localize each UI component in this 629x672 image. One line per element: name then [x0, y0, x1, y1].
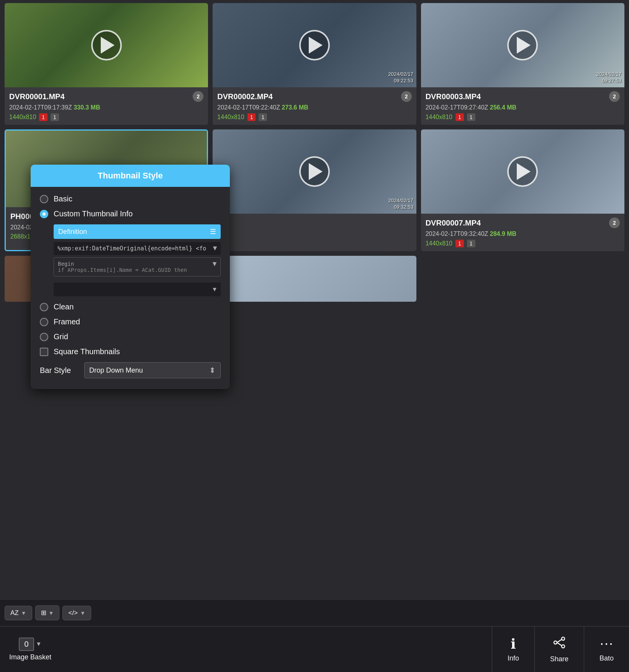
play-button-5[interactable] [299, 156, 330, 187]
checkbox-square[interactable] [40, 348, 48, 356]
svg-point-0 [562, 637, 565, 640]
card-badge-6: 2 [609, 217, 620, 228]
card-info-1: DVR00001.MP4 2 2024-02-17T09:17:39Z 330.… [5, 87, 208, 125]
card-badge-2: 2 [401, 91, 412, 102]
card-info-3: DVR00003.MP4 2 2024-02-17T09:27:40Z 256.… [421, 87, 624, 125]
radio-label-custom: Custom Thumbnail Info [54, 209, 133, 218]
svg-line-4 [557, 643, 562, 646]
card-date-1: 2024-02-17T09:17:39Z 330.3 MB [9, 104, 203, 111]
card-title-2: DVR00002.MP4 [217, 92, 273, 101]
card-title-6: DVR00007.MP4 [426, 219, 481, 227]
card-meta-2: 1440x810 1 1 [217, 113, 411, 121]
radio-label-grid: Grid [54, 332, 68, 341]
radio-grid[interactable]: Grid [40, 332, 221, 341]
tag-red-6: 1 [455, 240, 464, 247]
radio-circle-framed [40, 318, 48, 326]
media-card-6[interactable]: DVR00007.MP4 2 2024-02-17T09:32:40Z 284.… [421, 129, 624, 251]
card-info-6: DVR00007.MP4 2 2024-02-17T09:32:40Z 284.… [421, 214, 624, 251]
radio-clean[interactable]: Clean [40, 302, 221, 311]
dropdown-btn-2[interactable]: ▼ [211, 260, 218, 268]
share-label: Share [550, 655, 568, 663]
grid-view-button[interactable]: ⊞ ▼ [35, 605, 60, 620]
card-title-1: DVR00001.MP4 [9, 92, 65, 101]
thumbnail-5: 2024/02/1709:32:53 [213, 129, 416, 214]
svg-point-2 [554, 641, 557, 644]
card-title-row-1: DVR00001.MP4 2 [9, 91, 203, 102]
radio-label-framed: Framed [54, 317, 80, 326]
thumbnail-1 [5, 3, 208, 87]
definition-label: Definition [58, 228, 207, 236]
tag-white-1: 1 [51, 113, 59, 121]
empty-input[interactable]: ▼ [54, 283, 221, 296]
bar-style-select[interactable]: Drop Down Menu ⬍ [84, 362, 221, 378]
basket-label: Image Basket [9, 653, 51, 661]
media-card-8[interactable] [213, 256, 416, 302]
play-icon-3 [517, 37, 531, 54]
bar-style-value: Drop Down Menu [89, 366, 143, 374]
chevron-down-icon: ▼ [211, 286, 218, 293]
card-date-6: 2024-02-17T09:32:40Z 284.9 MB [426, 231, 620, 237]
tag-red-2: 1 [247, 113, 256, 121]
play-button-3[interactable] [507, 30, 538, 60]
code-area-2[interactable]: Begin if AProps.Items[i].Name = ACat.GUI… [54, 257, 221, 276]
resolution-6: 1440x810 [426, 240, 452, 247]
share-button[interactable]: Share [534, 626, 584, 672]
bottom-toolbar: 0 ▼ Image Basket ℹ Info Share ⋯ Bato [0, 626, 629, 672]
thumbnail-8 [213, 256, 416, 302]
tag-white-2: 1 [259, 113, 267, 121]
grid-icon: ⊞ [41, 609, 46, 617]
play-button-6[interactable] [507, 156, 538, 187]
batch-button[interactable]: ⋯ Bato [584, 626, 629, 672]
play-button-2[interactable] [299, 30, 330, 60]
info-label: Info [508, 654, 519, 662]
media-card-1[interactable]: DVR00001.MP4 2 2024-02-17T09:17:39Z 330.… [5, 3, 208, 125]
tag-white-3: 1 [467, 113, 475, 121]
batch-label: Bato [600, 654, 614, 662]
card-meta-6: 1440x810 1 1 [426, 240, 620, 247]
card-title-row-6: DVR00007.MP4 2 [426, 217, 620, 228]
media-card-3[interactable]: 2024/02/1709:27:53 DVR00003.MP4 2 2024-0… [421, 3, 624, 125]
card-info-2: DVR00002.MP4 2 2024-02-17T09:22:40Z 273.… [213, 87, 416, 125]
code-line-2: Begin [58, 261, 216, 267]
media-card-5[interactable]: 2024/02/1709:32:53 [213, 129, 416, 251]
play-icon-2 [309, 37, 323, 54]
toolbar-spacer [61, 626, 492, 672]
media-card-2[interactable]: 2024/02/1709:22:53 DVR00002.MP4 2 2024-0… [213, 3, 416, 125]
code-line-1: %xmp:exif:DateTimeOriginal{encode=html} … [57, 245, 206, 252]
radio-custom[interactable]: Custom Thumbnail Info [40, 209, 221, 218]
svg-line-3 [557, 639, 562, 643]
sort-az-button[interactable]: AZ ▼ [5, 606, 32, 620]
radio-label-basic: Basic [54, 195, 72, 203]
radio-framed[interactable]: Framed [40, 317, 221, 326]
timestamp-5: 2024/02/1709:32:53 [388, 198, 413, 211]
bar-style-row: Bar Style Drop Down Menu ⬍ [40, 362, 221, 378]
play-icon-1 [101, 37, 115, 54]
definition-row[interactable]: Definition ☰ [54, 224, 221, 239]
code-view-button[interactable]: </> ▼ [62, 606, 91, 620]
radio-basic[interactable]: Basic [40, 195, 221, 203]
card-meta-3: 1440x810 1 1 [426, 113, 620, 121]
card-info-5 [213, 214, 416, 237]
basket-area: 0 ▼ Image Basket [0, 626, 61, 672]
basket-dropdown-icon[interactable]: ▼ [36, 641, 42, 647]
play-icon-5 [309, 163, 323, 180]
timestamp-3: 2024/02/1709:27:53 [596, 71, 621, 84]
card-badge-3: 2 [609, 91, 620, 102]
tag-red-3: 1 [455, 113, 464, 121]
play-button-1[interactable] [91, 30, 122, 60]
timestamp-2: 2024/02/1709:22:53 [388, 71, 413, 84]
tag-white-6: 1 [467, 240, 475, 247]
square-thumbnails-option[interactable]: Square Thumbnails [40, 347, 221, 356]
radio-label-clean: Clean [54, 302, 74, 311]
card-date-3: 2024-02-17T09:27:40Z 256.4 MB [426, 104, 620, 111]
card-badge-1: 2 [193, 91, 203, 102]
card-meta-1: 1440x810 1 1 [9, 113, 203, 121]
info-button[interactable]: ℹ Info [492, 626, 534, 672]
checkbox-label-square: Square Thumbnails [54, 347, 120, 356]
dropdown-btn-1[interactable]: ▼ [211, 244, 218, 252]
info-icon: ℹ [511, 636, 516, 652]
batch-icon: ⋯ [600, 636, 613, 652]
code-area-1[interactable]: %xmp:exif:DateTimeOriginal{encode=html} … [54, 242, 221, 255]
dialog-header: Thumbnail Style [31, 165, 230, 187]
code-line-3: if AProps.Items[i].Name = ACat.GUID then [58, 267, 216, 273]
